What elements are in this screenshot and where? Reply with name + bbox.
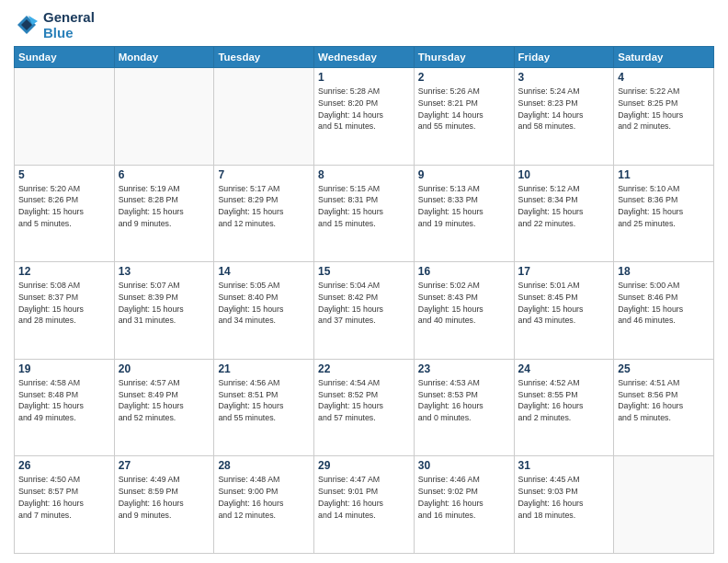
calendar-cell: 22Sunrise: 4:54 AMSunset: 8:52 PMDayligh… [314, 359, 415, 456]
calendar-cell: 11Sunrise: 5:10 AMSunset: 8:36 PMDayligh… [614, 165, 714, 262]
calendar-cell: 16Sunrise: 5:02 AMSunset: 8:43 PMDayligh… [414, 262, 514, 360]
day-info: Sunrise: 5:04 AMSunset: 8:42 PMDaylight:… [318, 280, 410, 327]
day-info: Sunrise: 5:26 AMSunset: 8:21 PMDaylight:… [418, 86, 510, 132]
calendar-cell: 7Sunrise: 5:17 AMSunset: 8:29 PMDaylight… [214, 165, 314, 262]
calendar-cell: 28Sunrise: 4:48 AMSunset: 9:00 PMDayligh… [214, 456, 314, 554]
day-info: Sunrise: 4:57 AMSunset: 8:49 PMDaylight:… [119, 377, 210, 424]
day-info: Sunrise: 5:00 AMSunset: 8:46 PMDaylight:… [618, 280, 710, 327]
day-info: Sunrise: 4:51 AMSunset: 8:56 PMDaylight:… [618, 377, 710, 424]
calendar-cell: 20Sunrise: 4:57 AMSunset: 8:49 PMDayligh… [114, 359, 214, 456]
day-number: 25 [618, 362, 710, 375]
day-number: 22 [318, 362, 410, 375]
logo-text: General Blue [43, 9, 95, 40]
calendar-cell: 23Sunrise: 4:53 AMSunset: 8:53 PMDayligh… [414, 359, 514, 456]
day-info: Sunrise: 5:15 AMSunset: 8:31 PMDaylight:… [318, 183, 410, 230]
day-number: 3 [518, 71, 610, 84]
day-info: Sunrise: 4:50 AMSunset: 8:57 PMDaylight:… [18, 474, 110, 521]
page: General Blue SundayMondayTuesdayWednesda… [0, 0, 728, 563]
calendar-week-1: 1Sunrise: 5:28 AMSunset: 8:20 PMDaylight… [15, 68, 714, 166]
day-info: Sunrise: 5:01 AMSunset: 8:45 PMDaylight:… [518, 280, 610, 327]
calendar-cell [15, 68, 115, 166]
calendar-cell: 27Sunrise: 4:49 AMSunset: 8:59 PMDayligh… [114, 456, 214, 554]
calendar-cell: 29Sunrise: 4:47 AMSunset: 9:01 PMDayligh… [314, 456, 415, 554]
calendar-cell: 19Sunrise: 4:58 AMSunset: 8:48 PMDayligh… [15, 359, 115, 456]
calendar-week-4: 19Sunrise: 4:58 AMSunset: 8:48 PMDayligh… [15, 359, 714, 456]
day-number: 1 [318, 71, 410, 84]
calendar-table: SundayMondayTuesdayWednesdayThursdayFrid… [14, 46, 714, 554]
calendar-cell: 1Sunrise: 5:28 AMSunset: 8:20 PMDaylight… [314, 68, 415, 166]
weekday-header-saturday: Saturday [614, 47, 714, 68]
weekday-header-wednesday: Wednesday [314, 47, 415, 68]
weekday-header-friday: Friday [514, 47, 614, 68]
header: General Blue [14, 9, 714, 40]
day-info: Sunrise: 5:13 AMSunset: 8:33 PMDaylight:… [418, 183, 510, 230]
day-number: 17 [518, 265, 610, 278]
day-info: Sunrise: 4:56 AMSunset: 8:51 PMDaylight:… [218, 377, 310, 424]
logo: General Blue [14, 9, 95, 40]
day-number: 19 [18, 362, 110, 375]
calendar-cell: 31Sunrise: 4:45 AMSunset: 9:03 PMDayligh… [514, 456, 614, 554]
day-info: Sunrise: 5:07 AMSunset: 8:39 PMDaylight:… [119, 280, 210, 327]
calendar-cell [114, 68, 214, 166]
day-info: Sunrise: 5:05 AMSunset: 8:40 PMDaylight:… [218, 280, 310, 327]
day-info: Sunrise: 5:02 AMSunset: 8:43 PMDaylight:… [418, 280, 510, 327]
day-info: Sunrise: 5:24 AMSunset: 8:23 PMDaylight:… [518, 86, 610, 132]
calendar-cell: 13Sunrise: 5:07 AMSunset: 8:39 PMDayligh… [114, 262, 214, 360]
day-number: 26 [18, 459, 110, 472]
calendar-cell: 4Sunrise: 5:22 AMSunset: 8:25 PMDaylight… [614, 68, 714, 166]
day-info: Sunrise: 4:54 AMSunset: 8:52 PMDaylight:… [318, 377, 410, 424]
calendar-cell: 14Sunrise: 5:05 AMSunset: 8:40 PMDayligh… [214, 262, 314, 360]
weekday-header-thursday: Thursday [414, 47, 514, 68]
day-number: 30 [418, 459, 510, 472]
calendar-cell: 6Sunrise: 5:19 AMSunset: 8:28 PMDaylight… [114, 165, 214, 262]
calendar-cell: 25Sunrise: 4:51 AMSunset: 8:56 PMDayligh… [614, 359, 714, 456]
calendar-cell: 26Sunrise: 4:50 AMSunset: 8:57 PMDayligh… [15, 456, 115, 554]
day-info: Sunrise: 4:52 AMSunset: 8:55 PMDaylight:… [518, 377, 610, 424]
calendar-cell: 8Sunrise: 5:15 AMSunset: 8:31 PMDaylight… [314, 165, 415, 262]
day-info: Sunrise: 4:49 AMSunset: 8:59 PMDaylight:… [119, 474, 210, 521]
day-info: Sunrise: 5:10 AMSunset: 8:36 PMDaylight:… [618, 183, 710, 230]
calendar-cell: 3Sunrise: 5:24 AMSunset: 8:23 PMDaylight… [514, 68, 614, 166]
day-number: 13 [119, 265, 210, 278]
day-number: 2 [418, 71, 510, 84]
calendar-cell: 21Sunrise: 4:56 AMSunset: 8:51 PMDayligh… [214, 359, 314, 456]
day-info: Sunrise: 5:20 AMSunset: 8:26 PMDaylight:… [18, 183, 110, 230]
day-info: Sunrise: 5:17 AMSunset: 8:29 PMDaylight:… [218, 183, 310, 230]
day-number: 4 [618, 71, 710, 84]
day-number: 21 [218, 362, 310, 375]
logo-icon [14, 12, 40, 38]
day-number: 9 [418, 168, 510, 181]
day-info: Sunrise: 4:47 AMSunset: 9:01 PMDaylight:… [318, 474, 410, 521]
calendar-cell [214, 68, 314, 166]
calendar-week-3: 12Sunrise: 5:08 AMSunset: 8:37 PMDayligh… [15, 262, 714, 360]
calendar-cell [614, 456, 714, 554]
day-number: 27 [119, 459, 210, 472]
day-info: Sunrise: 5:08 AMSunset: 8:37 PMDaylight:… [18, 280, 110, 327]
weekday-header-tuesday: Tuesday [214, 47, 314, 68]
calendar-cell: 17Sunrise: 5:01 AMSunset: 8:45 PMDayligh… [514, 262, 614, 360]
calendar-cell: 30Sunrise: 4:46 AMSunset: 9:02 PMDayligh… [414, 456, 514, 554]
day-number: 23 [418, 362, 510, 375]
calendar-week-2: 5Sunrise: 5:20 AMSunset: 8:26 PMDaylight… [15, 165, 714, 262]
calendar-cell: 24Sunrise: 4:52 AMSunset: 8:55 PMDayligh… [514, 359, 614, 456]
weekday-header-sunday: Sunday [15, 47, 115, 68]
calendar-cell: 5Sunrise: 5:20 AMSunset: 8:26 PMDaylight… [15, 165, 115, 262]
day-number: 6 [119, 168, 210, 181]
day-number: 24 [518, 362, 610, 375]
day-info: Sunrise: 4:53 AMSunset: 8:53 PMDaylight:… [418, 377, 510, 424]
calendar-cell: 12Sunrise: 5:08 AMSunset: 8:37 PMDayligh… [15, 262, 115, 360]
day-number: 31 [518, 459, 610, 472]
day-number: 5 [18, 168, 110, 181]
calendar-cell: 9Sunrise: 5:13 AMSunset: 8:33 PMDaylight… [414, 165, 514, 262]
day-info: Sunrise: 4:46 AMSunset: 9:02 PMDaylight:… [418, 474, 510, 521]
day-number: 7 [218, 168, 310, 181]
weekday-header-row: SundayMondayTuesdayWednesdayThursdayFrid… [15, 47, 714, 68]
day-number: 18 [618, 265, 710, 278]
day-info: Sunrise: 5:28 AMSunset: 8:20 PMDaylight:… [318, 86, 410, 132]
day-number: 12 [18, 265, 110, 278]
calendar-cell: 18Sunrise: 5:00 AMSunset: 8:46 PMDayligh… [614, 262, 714, 360]
day-info: Sunrise: 5:12 AMSunset: 8:34 PMDaylight:… [518, 183, 610, 230]
day-number: 29 [318, 459, 410, 472]
day-number: 8 [318, 168, 410, 181]
calendar-cell: 10Sunrise: 5:12 AMSunset: 8:34 PMDayligh… [514, 165, 614, 262]
